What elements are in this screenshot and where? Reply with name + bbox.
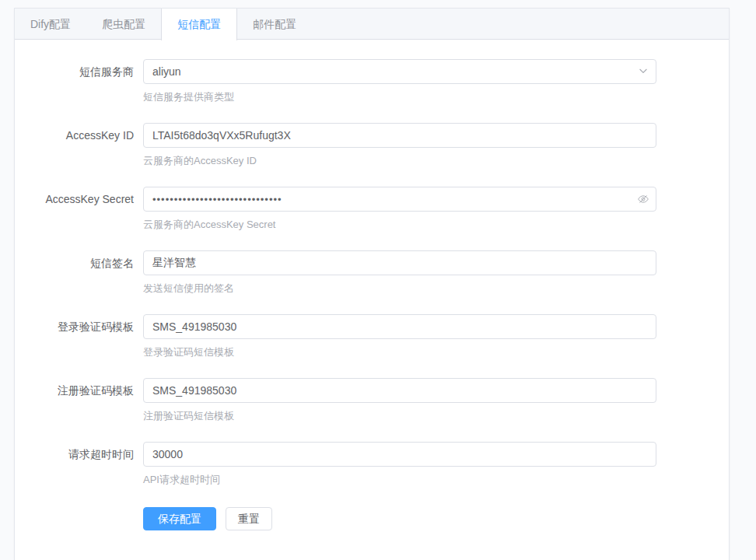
request-timeout-input-wrap bbox=[143, 442, 656, 467]
access-key-secret-input[interactable] bbox=[143, 187, 656, 212]
config-tabs: Dify配置爬虫配置短信配置邮件配置 bbox=[15, 9, 729, 40]
register-template-input-wrap bbox=[143, 378, 656, 403]
save-config-button[interactable]: 保存配置 bbox=[143, 507, 216, 530]
request-timeout-control: API请求超时时间 bbox=[143, 442, 656, 487]
access-key-id-input-wrap bbox=[143, 123, 656, 148]
form-row-login-template: 登录验证码模板登录验证码短信模板 bbox=[26, 314, 717, 359]
access-key-id-label: AccessKey ID bbox=[26, 123, 143, 168]
access-key-id-control: 云服务商的AccessKey ID bbox=[143, 123, 656, 168]
sms-sign-input-wrap bbox=[143, 250, 656, 275]
sms-config-panel: 短信服务商aliyun短信服务提供商类型AccessKey ID云服务商的Acc… bbox=[15, 40, 729, 542]
sms-sign-label: 短信签名 bbox=[26, 250, 143, 296]
form-row-register-template: 注册验证码模板注册验证码短信模板 bbox=[26, 378, 717, 423]
sms-provider-selected-value: aliyun bbox=[152, 65, 181, 78]
register-template-label: 注册验证码模板 bbox=[26, 378, 143, 423]
login-template-input-wrap bbox=[143, 314, 656, 339]
login-template-label: 登录验证码模板 bbox=[26, 314, 143, 359]
chevron-down-icon bbox=[638, 65, 649, 79]
sms-sign-hint: 发送短信使用的签名 bbox=[143, 282, 656, 296]
register-template-input[interactable] bbox=[143, 378, 656, 403]
form-row-sms-sign: 短信签名发送短信使用的签名 bbox=[26, 250, 717, 296]
request-timeout-hint: API请求超时时间 bbox=[143, 473, 656, 487]
register-template-control: 注册验证码短信模板 bbox=[143, 378, 656, 423]
tab-sms[interactable]: 短信配置 bbox=[161, 9, 237, 40]
sms-config-form: 短信服务商aliyun短信服务提供商类型AccessKey ID云服务商的Acc… bbox=[26, 59, 717, 487]
form-actions: 保存配置 重置 bbox=[143, 507, 717, 530]
form-row-sms-provider: 短信服务商aliyun短信服务提供商类型 bbox=[26, 59, 717, 104]
access-key-secret-control: 云服务商的AccessKey Secret bbox=[143, 187, 656, 232]
sms-provider-hint: 短信服务提供商类型 bbox=[143, 90, 656, 104]
login-template-hint: 登录验证码短信模板 bbox=[143, 345, 656, 359]
login-template-control: 登录验证码短信模板 bbox=[143, 314, 656, 359]
access-key-id-input[interactable] bbox=[143, 123, 656, 148]
sms-sign-input[interactable] bbox=[143, 250, 656, 275]
tab-crawler[interactable]: 爬虫配置 bbox=[86, 9, 161, 40]
form-row-access-key-id: AccessKey ID云服务商的AccessKey ID bbox=[26, 123, 717, 168]
access-key-id-hint: 云服务商的AccessKey ID bbox=[143, 154, 656, 168]
access-key-secret-input-wrap bbox=[143, 187, 656, 212]
eye-off-icon[interactable] bbox=[637, 193, 649, 205]
request-timeout-label: 请求超时时间 bbox=[26, 442, 143, 487]
register-template-hint: 注册验证码短信模板 bbox=[143, 409, 656, 423]
config-card: Dify配置爬虫配置短信配置邮件配置 短信服务商aliyun短信服务提供商类型A… bbox=[14, 8, 730, 560]
sms-provider-select[interactable]: aliyun bbox=[143, 59, 656, 84]
sms-provider-control: aliyun短信服务提供商类型 bbox=[143, 59, 656, 104]
access-key-secret-label: AccessKey Secret bbox=[26, 187, 143, 232]
tab-email[interactable]: 邮件配置 bbox=[237, 9, 312, 40]
tab-dify[interactable]: Dify配置 bbox=[15, 9, 86, 40]
form-row-request-timeout: 请求超时时间API请求超时时间 bbox=[26, 442, 717, 487]
access-key-secret-hint: 云服务商的AccessKey Secret bbox=[143, 218, 656, 232]
login-template-input[interactable] bbox=[143, 314, 656, 339]
sms-sign-control: 发送短信使用的签名 bbox=[143, 250, 656, 296]
reset-button[interactable]: 重置 bbox=[226, 507, 272, 530]
request-timeout-input[interactable] bbox=[143, 442, 656, 467]
form-row-access-key-secret: AccessKey Secret云服务商的AccessKey Secret bbox=[26, 187, 717, 232]
sms-provider-label: 短信服务商 bbox=[26, 59, 143, 104]
